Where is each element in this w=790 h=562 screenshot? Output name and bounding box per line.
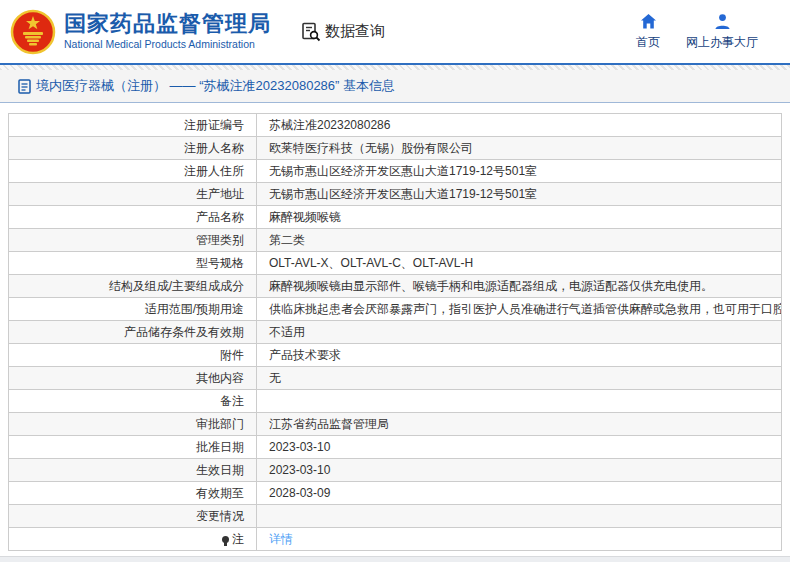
table-row: 批准日期2023-03-10: [9, 436, 782, 459]
national-emblem-logo: [10, 8, 56, 56]
row-value: [257, 390, 782, 413]
row-label: 注册人名称: [9, 137, 257, 160]
table-row: 注详情: [9, 528, 782, 551]
table-row: 备注: [9, 390, 782, 413]
row-label: 产品名称: [9, 206, 257, 229]
table-row: 产品储存条件及有效期不适用: [9, 321, 782, 344]
row-label: 审批部门: [9, 413, 257, 436]
site-title-block: 国家药品监督管理局 National Medical Products Admi…: [64, 12, 271, 51]
row-value: 麻醉视频喉镜由显示部件、喉镜手柄和电源适配器组成，电源适配器仅供充电使用。: [257, 275, 782, 298]
registration-info-section: 注册证编号苏械注准20232080286注册人名称欧莱特医疗科技（无锡）股份有限…: [0, 103, 790, 551]
table-row: 结构及组成/主要组成成分麻醉视频喉镜由显示部件、喉镜手柄和电源适配器组成，电源适…: [9, 275, 782, 298]
row-value: 产品技术要求: [257, 344, 782, 367]
row-label: 变更情况: [9, 505, 257, 528]
site-header: 国家药品监督管理局 National Medical Products Admi…: [0, 0, 790, 63]
row-value: 供临床挑起患者会厌部暴露声门，指引医护人员准确进行气道插管供麻醉或急救用，也可用…: [257, 298, 782, 321]
org-name-cn: 国家药品监督管理局: [64, 12, 271, 36]
person-icon: [714, 13, 731, 30]
table-row: 附件产品技术要求: [9, 344, 782, 367]
row-value: 不适用: [257, 321, 782, 344]
row-label: 其他内容: [9, 367, 257, 390]
table-row: 注册证编号苏械注准20232080286: [9, 114, 782, 137]
row-label: 适用范围/预期用途: [9, 298, 257, 321]
row-label: 结构及组成/主要组成成分: [9, 275, 257, 298]
row-label: 注: [9, 528, 257, 551]
table-row: 注册人名称欧莱特医疗科技（无锡）股份有限公司: [9, 137, 782, 160]
table-row: 有效期至2028-03-09: [9, 482, 782, 505]
row-value: 第二类: [257, 229, 782, 252]
row-label: 生产地址: [9, 183, 257, 206]
row-value: OLT-AVL-X、OLT-AVL-C、OLT-AVL-H: [257, 252, 782, 275]
table-row: 适用范围/预期用途供临床挑起患者会厌部暴露声门，指引医护人员准确进行气道插管供麻…: [9, 298, 782, 321]
row-value: 无锡市惠山区经济开发区惠山大道1719-12号501室: [257, 160, 782, 183]
row-label: 生效日期: [9, 459, 257, 482]
data-query-label: 数据查询: [325, 22, 385, 41]
row-label: 注册证编号: [9, 114, 257, 137]
footer-strip: [0, 556, 790, 562]
page-icon: [18, 79, 31, 94]
row-value: 无: [257, 367, 782, 390]
row-value: 2028-03-09: [257, 482, 782, 505]
registration-info-table: 注册证编号苏械注准20232080286注册人名称欧莱特医疗科技（无锡）股份有限…: [8, 113, 782, 551]
row-value: 无锡市惠山区经济开发区惠山大道1719-12号501室: [257, 183, 782, 206]
row-label: 管理类别: [9, 229, 257, 252]
row-value: 麻醉视频喉镜: [257, 206, 782, 229]
row-value: 2023-03-10: [257, 459, 782, 482]
row-value: 欧莱特医疗科技（无锡）股份有限公司: [257, 137, 782, 160]
info-table-body: 注册证编号苏械注准20232080286注册人名称欧莱特医疗科技（无锡）股份有限…: [9, 114, 782, 551]
nav-item-home[interactable]: 首页: [636, 13, 660, 51]
detail-link[interactable]: 详情: [269, 532, 293, 546]
note-icon: [222, 536, 229, 543]
table-row: 其他内容无: [9, 367, 782, 390]
row-label: 有效期至: [9, 482, 257, 505]
row-label: 附件: [9, 344, 257, 367]
table-row: 生效日期2023-03-10: [9, 459, 782, 482]
nav-home-label: 首页: [636, 34, 660, 51]
org-name-en: National Medical Products Administration: [64, 39, 271, 51]
table-row: 审批部门江苏省药品监督管理局: [9, 413, 782, 436]
home-icon: [640, 13, 657, 30]
row-value: [257, 505, 782, 528]
row-label: 备注: [9, 390, 257, 413]
row-label: 型号规格: [9, 252, 257, 275]
row-value: 江苏省药品监督管理局: [257, 413, 782, 436]
row-value: 2023-03-10: [257, 436, 782, 459]
row-value: 苏械注准20232080286: [257, 114, 782, 137]
breadcrumb: 境内医疗器械（注册） —— “苏械注准20232080286” 基本信息: [0, 70, 790, 103]
table-row: 型号规格OLT-AVL-X、OLT-AVL-C、OLT-AVL-H: [9, 252, 782, 275]
table-row: 注册人住所无锡市惠山区经济开发区惠山大道1719-12号501室: [9, 160, 782, 183]
nav-service-hall-label: 网上办事大厅: [686, 34, 758, 51]
table-row: 变更情况: [9, 505, 782, 528]
table-row: 产品名称麻醉视频喉镜: [9, 206, 782, 229]
row-label: 产品储存条件及有效期: [9, 321, 257, 344]
table-row: 管理类别第二类: [9, 229, 782, 252]
header-nav: 首页 网上办事大厅: [636, 13, 772, 51]
data-query-section[interactable]: 数据查询: [301, 22, 385, 42]
row-label: 批准日期: [9, 436, 257, 459]
row-label: 注册人住所: [9, 160, 257, 183]
nav-item-service-hall[interactable]: 网上办事大厅: [686, 13, 758, 51]
breadcrumb-text: 境内医疗器械（注册） —— “苏械注准20232080286” 基本信息: [36, 77, 395, 95]
table-row: 生产地址无锡市惠山区经济开发区惠山大道1719-12号501室: [9, 183, 782, 206]
document-search-icon: [301, 22, 321, 42]
row-value: 详情: [257, 528, 782, 551]
